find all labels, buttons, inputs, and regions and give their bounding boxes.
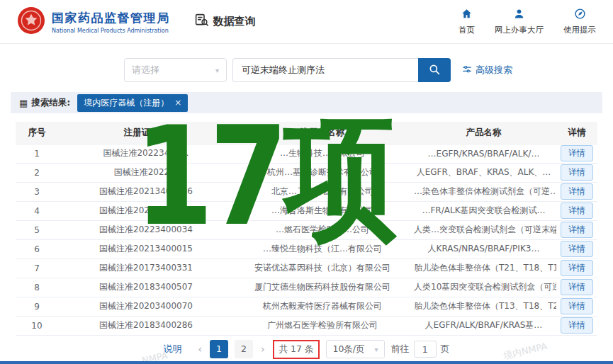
detail-cell: 详情 (556, 182, 597, 201)
row-index: 5 (16, 220, 58, 239)
category-select[interactable]: 请选择 ▾ (124, 58, 227, 82)
table-row: 3 国械注准20213400086 北京…卫医疗器械有限公司 …染色体非整倍体检… (16, 182, 597, 201)
nav-item-service-hall[interactable]: 网上办事大厅 (495, 8, 544, 35)
detail-cell: 详情 (556, 278, 597, 297)
registrant-name: 广州燃石医学检验所有限公司 (234, 316, 411, 335)
product-name: 胎儿染色体非整倍体（T13、T18、T2… (411, 297, 556, 316)
detail-cell: 详情 (556, 316, 597, 335)
tag-close-icon[interactable]: × (174, 98, 181, 108)
nav-item-tips[interactable]: 使用提示 (563, 8, 596, 35)
category-select-placeholder: 请选择 (132, 64, 159, 76)
table-row: 2 国械注准2022… 杭州…基因诊断技术有限公司 人EGFR、BRAF、KRA… (16, 163, 597, 182)
cert-number: 国械注准20203400070 (58, 297, 234, 316)
col-header-product: 产品名称 (411, 122, 556, 144)
table-row: 9 国械注准20203400070 杭州杰毅麦特医疗器械有限公司 胎儿染色体非整… (16, 297, 597, 316)
goto-page: 前往 页 (391, 341, 450, 358)
table-row: 6 国械注准20213400015 …臻悦生物科技（江…有限公司 人KRAS/N… (16, 239, 597, 258)
advanced-search-link[interactable]: 高级搜索 (462, 64, 512, 76)
cert-number: 国械注准20213400083 (58, 201, 234, 220)
row-index: 8 (16, 278, 58, 297)
page-button-1[interactable]: 1 (210, 340, 228, 358)
grid-icon: ▦ (19, 98, 28, 108)
table-row: 8 国械注准20183400507 厦门艾德生物医药科技股份有限公司 人类10基… (16, 278, 597, 297)
page: 国家药品监督管理局 National Medical Products Admi… (0, 0, 613, 364)
table-header-row: 序号 注册证编号 注册人名称 产品名称 详情 (16, 122, 597, 144)
agency-title: 国家药品监督管理局 National Medical Products Admi… (52, 10, 170, 34)
cert-number: 国械注准20183400507 (58, 278, 234, 297)
detail-button[interactable]: 详情 (561, 164, 593, 181)
row-index: 1 (16, 144, 58, 163)
module-label: 数据查询 (213, 15, 256, 28)
prev-page-icon[interactable]: ‹ (196, 343, 203, 355)
detail-button[interactable]: 详情 (561, 279, 593, 295)
agency-brand: 国家药品监督管理局 National Medical Products Admi… (17, 6, 170, 38)
registrant-name: …燃石医学检验所…公司 (234, 220, 411, 239)
page-button-2[interactable]: 2 (235, 340, 253, 358)
top-nav: 首页 网上办事大厅 使用提示 (459, 8, 596, 35)
detail-button[interactable]: 详情 (561, 183, 593, 200)
page-size-value: 10条/页 (332, 343, 364, 356)
cert-number: 国械注准2022… (58, 163, 234, 182)
registrant-name: …臻悦生物科技（江…有限公司 (234, 239, 411, 258)
nav-item-home[interactable]: 首页 (459, 8, 475, 35)
data-query-icon (194, 13, 209, 30)
results-table-wrap: 序号 注册证编号 注册人名称 产品名称 详情 1 国械注准20223400… …… (16, 122, 597, 336)
top-bar: 国家药品监督管理局 National Medical Products Admi… (0, 0, 613, 44)
registrant-name: 安诺优达基因科技（北京）有限公司 (234, 258, 411, 278)
note-link[interactable]: 说明 (163, 343, 181, 356)
product-name: 人KRAS/NRAS/BRAF/PIK3… (411, 239, 556, 258)
product-name: 人类10基因突变联合检测试剂盒（可逆末… (411, 278, 556, 297)
product-name: 人EGFR/ALK/BRAF/KRAS基… (411, 316, 556, 335)
col-header-registrant: 注册人名称 (234, 122, 411, 144)
row-index: 3 (16, 182, 58, 201)
detail-button[interactable]: 详情 (561, 260, 593, 276)
registrant-name: 北京…卫医疗器械有限公司 (234, 182, 411, 201)
goto-page-input[interactable] (414, 341, 437, 358)
registrant-name: 杭州杰毅麦特医疗器械有限公司 (234, 297, 411, 316)
detail-button[interactable]: 详情 (561, 203, 593, 219)
advanced-search-label: 高级搜索 (476, 64, 512, 76)
page-size-select[interactable]: 10条/页 ▾ (326, 340, 384, 358)
search-button[interactable] (418, 58, 451, 82)
total-count: 共 17 条 (273, 340, 320, 359)
registrant-name: 杭州…基因诊断技术有限公司 (234, 163, 411, 182)
detail-cell: 详情 (556, 297, 597, 316)
nav-label-tips: 使用提示 (563, 25, 596, 35)
detail-button[interactable]: 详情 (561, 298, 593, 314)
registrant-name: …海普洛斯生物…有限公司 (234, 201, 411, 220)
filter-icon (462, 64, 472, 76)
nav-label-service-hall: 网上办事大厅 (495, 25, 544, 35)
registrant-name: 厦门艾德生物医药科技股份有限公司 (234, 278, 411, 297)
row-index: 7 (16, 258, 58, 278)
person-icon (513, 8, 525, 23)
filter-tag[interactable]: 境内医疗器械（注册） × (77, 94, 188, 112)
table-row: 4 国械注准20213400083 …海普洛斯生物…有限公司 …FR/ALK基因… (16, 201, 597, 220)
product-name: …EGFR/KRAS/BRAF/ALK/… (411, 144, 556, 163)
detail-button[interactable]: 详情 (561, 145, 593, 161)
search-bar: 请选择 ▾ 高级搜索 (124, 58, 613, 82)
nav-label-home: 首页 (459, 25, 475, 35)
module-title: 数据查询 (194, 13, 256, 30)
detail-button[interactable]: 详情 (561, 241, 593, 257)
goto-unit: 页 (441, 343, 450, 356)
detail-button[interactable]: 详情 (561, 317, 593, 334)
cert-number: 国械注准20173400331 (58, 258, 234, 278)
footer-top-strip (0, 361, 613, 364)
agency-name-cn: 国家药品监督管理局 (52, 10, 170, 26)
next-page-icon[interactable]: › (259, 343, 266, 355)
chevron-down-icon: ▾ (215, 67, 219, 74)
col-header-cert: 注册证编号 (58, 122, 234, 144)
search-input[interactable] (232, 58, 418, 82)
table-row: 5 国械注准20223400034 …燃石医学检验所…公司 人类…突变联合检测试… (16, 220, 597, 239)
magnifier-icon (428, 63, 441, 78)
row-index: 4 (16, 201, 58, 220)
results-table: 序号 注册证编号 注册人名称 产品名称 详情 1 国械注准20223400… …… (16, 122, 597, 336)
detail-button[interactable]: 详情 (561, 222, 593, 238)
detail-cell: 详情 (556, 163, 597, 182)
col-header-index: 序号 (16, 122, 58, 144)
col-header-detail: 详情 (556, 122, 597, 144)
product-name: 人类…突变联合检测试剂盒（可逆末端终… (411, 220, 556, 239)
cert-number: 国械注准20223400034 (58, 220, 234, 239)
registrant-name: …生物科技…有限公司 (234, 144, 411, 163)
product-name: 胎儿染色体非整倍体（T21、T18、T1… (411, 258, 556, 278)
